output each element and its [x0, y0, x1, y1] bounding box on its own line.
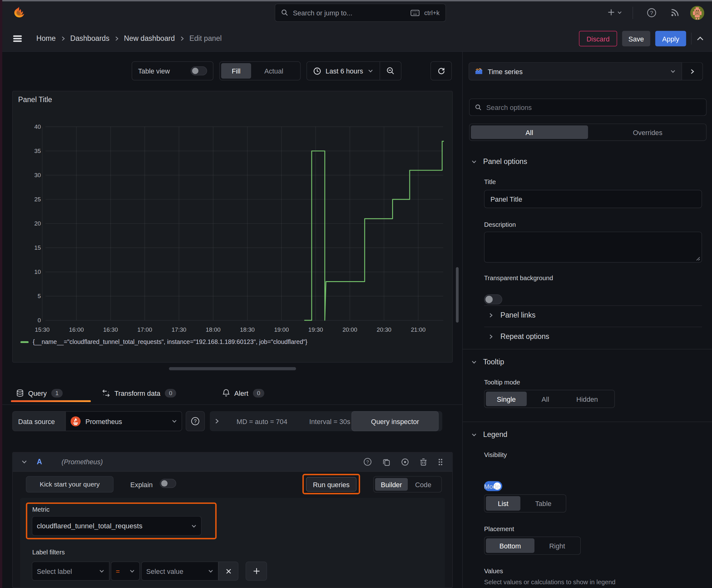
title-input[interactable]: Panel Title [484, 190, 702, 208]
add-filter-button[interactable] [246, 562, 267, 581]
window-left-edge [0, 0, 2, 588]
svg-text:17:00: 17:00 [137, 327, 152, 333]
news-rss-button[interactable] [670, 8, 679, 17]
legend-section-header[interactable]: Legend [471, 430, 507, 439]
placement-bottom-option[interactable]: Bottom [486, 538, 535, 553]
save-button[interactable]: Save [622, 31, 650, 46]
panel-options-section-header[interactable]: Panel options [471, 158, 527, 166]
global-search-input[interactable]: Search or jump to... ctrl+k [275, 4, 446, 22]
query-inspector-button[interactable]: Query inspector [352, 411, 439, 431]
values-hint: Select values or calculations to show in… [484, 578, 616, 586]
tooltip-hidden-option[interactable]: Hidden [563, 390, 611, 407]
description-label: Description [484, 221, 516, 228]
apply-button[interactable]: Apply [655, 31, 686, 46]
collapse-options-pane-button[interactable] [682, 62, 703, 80]
search-options-placeholder: Search options [486, 103, 532, 111]
refresh-button[interactable] [430, 61, 452, 80]
tab-overrides[interactable]: Overrides [589, 124, 706, 141]
discard-button[interactable]: Discard [579, 31, 617, 46]
delete-query-icon[interactable] [419, 458, 427, 466]
repeat-options-section-header[interactable]: Repeat options [489, 333, 549, 341]
add-menu-button[interactable] [607, 8, 622, 16]
metric-select[interactable]: cloudflared_tunnel_total_requests [32, 516, 201, 536]
grafana-logo-icon[interactable] [12, 6, 26, 19]
placement-label: Placement [484, 525, 514, 532]
chevron-right-icon [489, 334, 493, 339]
hamburger-menu-button[interactable] [13, 34, 22, 43]
transparent-background-toggle[interactable] [484, 294, 502, 304]
builder-option[interactable]: Builder [375, 478, 408, 491]
time-range-picker[interactable]: Last 6 hours [307, 62, 380, 80]
tab-query[interactable]: Query 1 [16, 384, 63, 402]
avatar[interactable] [690, 6, 705, 20]
select-label-dropdown[interactable]: Select label [32, 562, 109, 581]
breadcrumb-new-dashboard[interactable]: New dashboard [124, 34, 175, 42]
timeseries-viz-icon [475, 68, 483, 75]
run-queries-button[interactable]: Run queries [306, 477, 357, 491]
tab-query-label: Query [28, 389, 47, 397]
table-view-toggle[interactable] [191, 66, 207, 76]
explain-label: Explain [130, 481, 153, 488]
legend-list-option[interactable]: List [486, 496, 520, 510]
help-button[interactable]: ? [647, 8, 657, 18]
grafana-edit-panel-screen: Search or jump to... ctrl+k ? [0, 0, 712, 588]
breadcrumb-home[interactable]: Home [37, 34, 56, 42]
table-view-label: Table view [138, 67, 170, 75]
datasource-picker[interactable]: Prometheus [65, 411, 182, 431]
tooltip-section-header[interactable]: Tooltip [471, 358, 504, 366]
explain-toggle[interactable] [160, 479, 176, 488]
code-option[interactable]: Code [409, 477, 437, 492]
svg-text:25: 25 [34, 196, 41, 203]
transform-icon [102, 389, 110, 397]
chevron-right-icon [114, 36, 118, 41]
zoom-out-button[interactable] [380, 62, 401, 80]
fill-option[interactable]: Fill [221, 63, 251, 79]
tooltip-all-option[interactable]: All [528, 390, 563, 407]
search-options-input[interactable]: Search options [469, 99, 706, 116]
description-textarea[interactable] [484, 232, 702, 262]
select-value-dropdown[interactable]: Select value [141, 562, 218, 581]
placement-right-option[interactable]: Right [536, 537, 579, 554]
tab-alert[interactable]: Alert 0 [222, 384, 264, 402]
svg-text:35: 35 [34, 148, 41, 154]
tab-transform-data[interactable]: Transform data 0 [102, 384, 176, 402]
interval-stat: Interval = 30s [309, 417, 350, 425]
panel-links-section-header[interactable]: Panel links [489, 311, 536, 319]
vertical-scrollbar[interactable] [456, 267, 459, 322]
svg-text:10: 10 [34, 269, 41, 275]
chevron-down-icon [172, 418, 177, 424]
svg-text:20:30: 20:30 [377, 327, 391, 333]
svg-text:40: 40 [34, 123, 41, 130]
duplicate-query-icon[interactable] [382, 458, 390, 466]
breadcrumb-dashboards[interactable]: Dashboards [70, 34, 110, 42]
tab-all[interactable]: All [471, 125, 588, 139]
operator-dropdown[interactable]: = [111, 562, 140, 581]
tooltip-title: Tooltip [483, 358, 504, 366]
horizontal-scrollbar[interactable] [169, 367, 296, 370]
tab-alert-count: 0 [253, 388, 264, 397]
datasource-help-button[interactable]: ? [186, 411, 205, 431]
actual-option[interactable]: Actual [253, 62, 295, 80]
section-divider [463, 349, 712, 349]
resize-handle-icon[interactable] [696, 256, 700, 261]
remove-filter-button[interactable] [218, 562, 239, 581]
kick-start-query-button[interactable]: Kick start your query [26, 476, 113, 492]
visualization-picker[interactable]: Time series [469, 62, 682, 80]
legend-title: Legend [483, 430, 507, 439]
collapse-pane-button[interactable] [697, 36, 704, 41]
svg-text:20: 20 [34, 220, 41, 227]
plus-icon [253, 568, 260, 575]
toggle-query-visibility-icon[interactable] [401, 458, 409, 466]
svg-text:19:30: 19:30 [308, 327, 323, 333]
drag-handle-icon[interactable] [438, 458, 443, 466]
legend-table-option[interactable]: Table [522, 495, 565, 512]
query-help-icon[interactable]: ? [363, 458, 372, 466]
actions-divider [691, 33, 691, 45]
chart-legend[interactable]: {__name__="cloudflared_tunnel_total_requ… [20, 339, 307, 345]
tooltip-single-option[interactable]: Single [486, 392, 527, 406]
expand-options-chevron[interactable] [214, 418, 219, 424]
query-datasource-hint: (Prometheus) [62, 458, 103, 466]
query-ref-id[interactable]: A [37, 458, 42, 466]
query-row-header[interactable]: A (Prometheus) ? [13, 453, 452, 472]
collapse-query-chevron[interactable] [21, 459, 27, 465]
